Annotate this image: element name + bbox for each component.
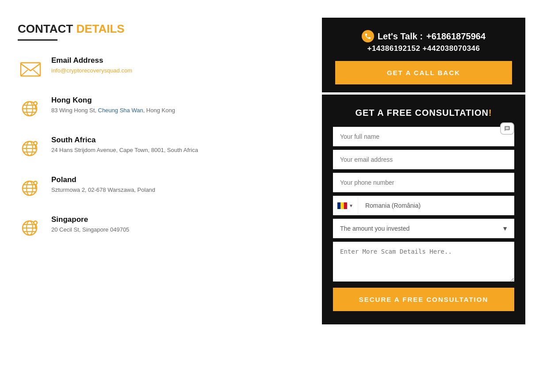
flag-dropdown-arrow: ▼	[349, 203, 353, 208]
right-panel: Let's Talk : +61861875964 +14386192152 +…	[322, 18, 525, 324]
poland-text: Poland Szturmowa 2, 02-678 Warszawa, Pol…	[51, 175, 155, 194]
form-title: GET A FREE CONSULTATION!	[333, 108, 514, 118]
fullname-input[interactable]	[333, 127, 514, 146]
svg-rect-29	[337, 202, 340, 209]
singapore-text: Singapore 20 Cecil St, Singapore 049705	[51, 215, 129, 234]
globe-poland-icon	[18, 175, 43, 201]
flag-dropdown[interactable]: ▼	[333, 197, 358, 214]
country-select-wrapper: ▼	[333, 196, 514, 215]
phone-input[interactable]	[333, 173, 514, 192]
svg-point-14	[34, 142, 37, 145]
contact-heading: CONTACT DETAILS	[18, 22, 304, 36]
form-title-text: GET A FREE CONSULTATION	[355, 108, 489, 118]
cheung-sha-wan-link[interactable]: Cheung Sha Wan	[98, 107, 143, 114]
contact-item-email: Email Address info@cryptorecoverysquad.c…	[18, 56, 304, 82]
globe-southafrica-icon	[18, 136, 43, 161]
svg-rect-31	[344, 202, 347, 209]
left-panel: CONTACT DETAILS Email Address info@crypt…	[18, 18, 304, 324]
svg-point-21	[34, 182, 37, 184]
poland-address: Szturmowa 2, 02-678 Warszawa, Poland	[51, 186, 155, 194]
email-field	[333, 150, 514, 169]
call-back-button[interactable]: GET A CALL BACK	[335, 61, 512, 84]
romania-flag	[337, 202, 347, 209]
phone-field-wrapper	[333, 173, 514, 192]
svg-point-7	[34, 103, 37, 105]
southafrica-title: South Africa	[51, 136, 198, 145]
contact-heading-part1: CONTACT	[18, 22, 76, 35]
hongkong-text: Hong Kong 83 Wing Hong St, Cheung Sha Wa…	[51, 96, 175, 114]
contact-item-singapore: Singapore 20 Cecil St, Singapore 049705	[18, 215, 304, 241]
contact-item-hongkong: Hong Kong 83 Wing Hong St, Cheung Sha Wa…	[18, 96, 304, 122]
phone-line2: +14386192152 +442038070346	[335, 44, 512, 53]
details-textarea[interactable]	[333, 242, 514, 282]
details-field	[333, 242, 514, 283]
email-icon	[18, 56, 43, 82]
form-title-accent: !	[489, 108, 492, 118]
phone-icon	[362, 30, 374, 42]
hongkong-address: 83 Wing Hong St, Cheung Sha Wan, Hong Ko…	[51, 107, 175, 114]
email-text: Email Address info@cryptorecoverysquad.c…	[51, 56, 132, 75]
southafrica-address: 24 Hans Strijdom Avenue, Cape Town, 8001…	[51, 146, 198, 154]
phone-prefix: Let's Talk :	[378, 31, 423, 42]
contact-heading-part2: DETAILS	[76, 22, 124, 35]
fullname-field	[333, 127, 514, 146]
svg-point-28	[34, 222, 37, 224]
southafrica-text: South Africa 24 Hans Strijdom Avenue, Ca…	[51, 136, 198, 154]
hongkong-title: Hong Kong	[51, 96, 175, 105]
phone-number1: +61861875964	[426, 31, 486, 42]
email-input[interactable]	[333, 150, 514, 169]
singapore-title: Singapore	[51, 215, 129, 224]
contact-item-poland: Poland Szturmowa 2, 02-678 Warszawa, Pol…	[18, 175, 304, 201]
chat-bubble-icon	[500, 122, 514, 135]
phone-box: Let's Talk : +61861875964 +14386192152 +…	[322, 18, 525, 92]
email-title: Email Address	[51, 56, 132, 65]
amount-select[interactable]: The amount you invested Less than $5,000…	[333, 219, 514, 238]
heading-underline	[18, 39, 57, 41]
amount-field: The amount you invested Less than $5,000…	[333, 219, 514, 238]
svg-rect-30	[340, 202, 344, 209]
globe-singapore-icon	[18, 215, 43, 241]
country-field: ▼	[333, 196, 514, 215]
form-box: GET A FREE CONSULTATION!	[322, 95, 525, 324]
email-address[interactable]: info@cryptorecoverysquad.com	[51, 67, 132, 74]
poland-title: Poland	[51, 175, 155, 184]
contact-item-southafrica: South Africa 24 Hans Strijdom Avenue, Ca…	[18, 136, 304, 161]
phone-line1: Let's Talk : +61861875964	[335, 30, 512, 42]
country-input[interactable]	[358, 196, 514, 215]
secure-consultation-button[interactable]: SECURE A FREE CONSULTATION	[333, 288, 514, 311]
globe-hongkong-icon	[18, 96, 43, 122]
singapore-address: 20 Cecil St, Singapore 049705	[51, 226, 129, 234]
